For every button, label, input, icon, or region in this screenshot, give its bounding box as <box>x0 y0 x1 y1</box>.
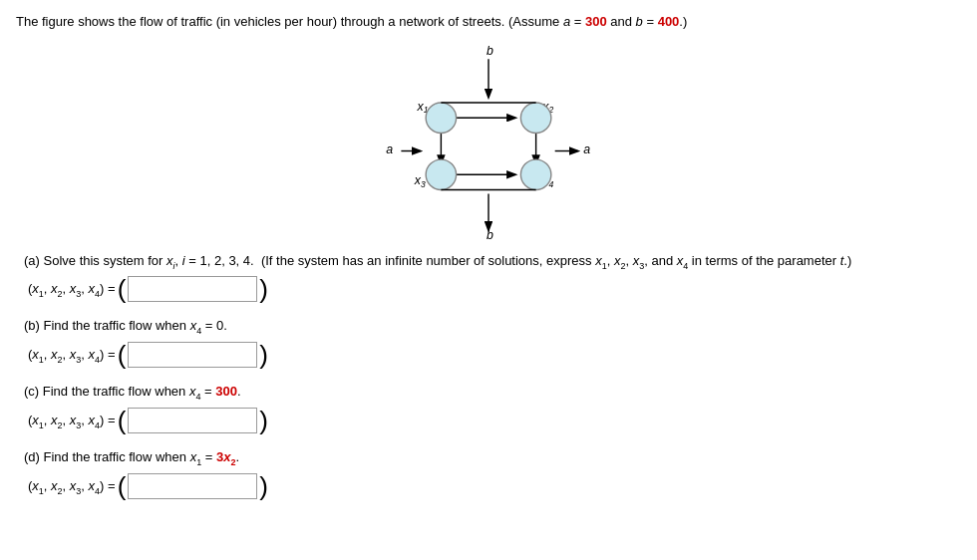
question-b-tuple: (x1, x2, x3, x4) = <box>28 347 116 365</box>
close-paren-b: ) <box>259 342 268 368</box>
question-c-block: (c) Find the traffic flow when x4 = 300.… <box>24 382 961 433</box>
x3-label: x3 <box>414 172 426 188</box>
question-b-answer-row: (x1, x2, x3, x4) = ( ) <box>28 342 961 368</box>
question-c-tuple: (x1, x2, x3, x4) = <box>28 413 116 430</box>
question-d-answer-row: (x1, x2, x3, x4) = ( ) <box>28 473 961 499</box>
b-bottom-label: b <box>487 228 493 241</box>
close-paren-a: ) <box>259 276 268 302</box>
traffic-diagram: b b a a x1 x2 x3 x4 <box>359 42 618 241</box>
question-b-block: (b) Find the traffic flow when x4 = 0. (… <box>24 316 961 368</box>
intro-text: The figure shows the flow of traffic (in… <box>16 12 961 32</box>
question-a-block: (a) Solve this system for xi, i = 1, 2, … <box>24 251 961 303</box>
open-paren-d: ( <box>118 473 127 499</box>
diagram-area: b b a a x1 x2 x3 x4 <box>16 42 961 241</box>
node-bottomright <box>520 159 550 189</box>
question-b-label: (b) Find the traffic flow when x4 = 0. <box>24 316 961 338</box>
question-c-answer-row: (x1, x2, x3, x4) = ( ) <box>28 408 961 433</box>
answer-input-b[interactable] <box>128 342 257 368</box>
question-d-tuple: (x1, x2, x3, x4) = <box>28 478 116 496</box>
question-d-label: (d) Find the traffic flow when x1 = 3x2. <box>24 447 961 469</box>
node-topright <box>520 102 550 132</box>
question-c-label: (c) Find the traffic flow when x4 = 300. <box>24 382 961 404</box>
open-paren-b: ( <box>118 342 127 368</box>
open-paren-c: ( <box>118 408 127 433</box>
close-paren-c: ) <box>259 408 268 433</box>
node-bottomleft <box>426 159 456 189</box>
question-a-tuple: (x1, x2, x3, x4) = <box>28 281 116 299</box>
questions-area: (a) Solve this system for xi, i = 1, 2, … <box>16 251 961 500</box>
question-d-block: (d) Find the traffic flow when x1 = 3x2.… <box>24 447 961 499</box>
a-left-label: a <box>386 142 393 156</box>
answer-input-d[interactable] <box>128 473 257 499</box>
answer-input-c[interactable] <box>128 408 257 433</box>
open-paren-a: ( <box>118 276 127 302</box>
question-a-answer-row: (x1, x2, x3, x4) = ( ) <box>28 276 961 302</box>
answer-input-a[interactable] <box>128 276 257 302</box>
b-top-label: b <box>487 44 493 58</box>
close-paren-d: ) <box>259 473 268 499</box>
node-topleft <box>426 102 456 132</box>
a-right-label: a <box>583 142 590 156</box>
question-a-label: (a) Solve this system for xi, i = 1, 2, … <box>24 251 961 273</box>
